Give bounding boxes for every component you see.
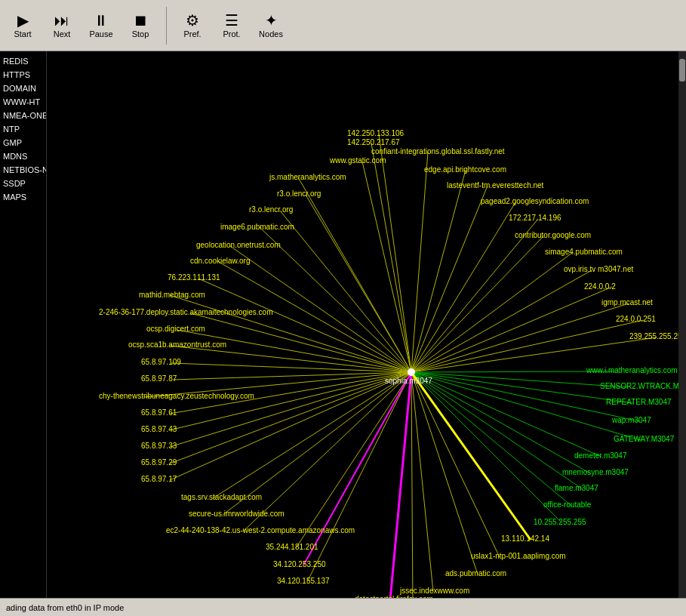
stop-label: Stop xyxy=(132,29,149,38)
node-label: 13.110.142.14 xyxy=(501,534,549,543)
nodes-icon: ✦ xyxy=(265,13,278,28)
center-node-label: sophia.m3047 xyxy=(385,377,432,385)
node-label: 65.8.97.33 xyxy=(141,442,177,450)
svg-line-57 xyxy=(390,372,411,598)
svg-line-12 xyxy=(411,236,543,372)
sidebar-item-wwwht[interactable]: WWW-HT xyxy=(0,95,46,109)
sidebar-item-maps[interactable]: MAPS xyxy=(0,190,46,204)
node-label-internal: wap.m3047 xyxy=(611,416,651,424)
node-label: 65.8.97.87 xyxy=(141,374,177,383)
node-label: edge.api.brightcove.com xyxy=(424,165,506,174)
node-label: 65.8.97.17 xyxy=(141,475,177,483)
svg-line-26 xyxy=(171,363,411,372)
node-label-internal: 10.255.255.255 xyxy=(534,518,586,526)
next-label: Next xyxy=(54,29,71,38)
statusbar: ading data from eth0 in IP mode xyxy=(0,598,686,616)
node-label: ec2-44-240-138-42.us-west-2.compute.amaz… xyxy=(166,526,355,534)
sidebar-item-netbios[interactable]: NETBIOS-N xyxy=(0,163,46,177)
status-text: ading data from eth0 in IP mode xyxy=(6,603,124,612)
sidebar-item-mdns[interactable]: MDNS xyxy=(0,149,46,163)
pause-label: Pause xyxy=(89,29,112,38)
node-label-internal: REPEATER.M3047 xyxy=(606,398,672,406)
node-label: jssec.indexwww.com xyxy=(399,587,469,595)
node-label: 239.255.255.250 xyxy=(629,332,678,340)
node-label: 142.250.217.67 xyxy=(347,138,400,146)
svg-point-59 xyxy=(408,368,415,376)
node-label-internal: office-routable xyxy=(543,500,592,509)
node-label-internal: flame.m3047 xyxy=(555,484,598,492)
node-label: cdn.cookielaw.org xyxy=(190,257,251,265)
svg-line-41 xyxy=(411,372,413,598)
node-label: 65.8.97.109 xyxy=(141,358,181,366)
sidebar-item-domain[interactable]: DOMAIN xyxy=(0,82,46,95)
pref-button[interactable]: ⚙ Pref. xyxy=(176,11,209,40)
node-label: ovp.iris.tv m3047.net xyxy=(564,265,633,273)
svg-line-37 xyxy=(296,372,411,548)
svg-line-46 xyxy=(411,371,614,372)
node-label: tags.srv.stackadapt.com xyxy=(181,493,262,501)
svg-line-53 xyxy=(411,372,583,489)
node-label: ocsp.digicert.com xyxy=(146,325,205,333)
node-label: 2-246-36-177.deploy.static.akamaitechnol… xyxy=(99,308,273,316)
sidebar-item-gmp[interactable]: GMP xyxy=(0,136,46,149)
svg-line-23 xyxy=(177,330,411,372)
svg-line-52 xyxy=(411,372,590,473)
node-label: js.matheranalytics.com xyxy=(269,173,346,181)
graph-area[interactable]: sophia.m3047 142.250.133.106 142.250.217… xyxy=(47,51,678,598)
node-label: igmp.mcast.net xyxy=(601,298,653,306)
node-label: 142.250.133.106 xyxy=(347,129,405,137)
sidebar-item-redis[interactable]: REDIS xyxy=(0,54,46,68)
node-label: r3.o.lencr.org xyxy=(249,205,293,214)
node-label: 35.244.181.201 xyxy=(266,543,318,551)
sidebar-item-ssdp[interactable]: SSDP xyxy=(0,177,46,190)
next-button[interactable]: ⏭ Next xyxy=(45,11,78,40)
node-label: contributor.google.com xyxy=(515,231,591,239)
svg-line-10 xyxy=(411,219,538,372)
svg-line-19 xyxy=(170,295,411,372)
svg-line-30 xyxy=(169,372,411,430)
prot-icon: ☰ xyxy=(225,13,238,28)
nodes-button[interactable]: ✦ Nodes xyxy=(254,11,288,40)
toolbar: ▶ Start ⏭ Next ⏸ Pause ⏹ Stop ⚙ Pref. ☰ … xyxy=(0,0,686,51)
sidebar-item-ntp[interactable]: NTP xyxy=(0,122,46,136)
node-label: 224.0.0.2 xyxy=(584,282,616,291)
svg-line-49 xyxy=(411,372,639,421)
node-label: 172.217.14.196 xyxy=(509,214,561,222)
node-label: image6.pubmatic.com xyxy=(220,223,294,231)
node-label: 34.120.155.137 xyxy=(277,577,330,585)
stop-button[interactable]: ⏹ Stop xyxy=(124,11,157,40)
svg-line-11 xyxy=(260,227,411,372)
svg-line-17 xyxy=(198,279,411,372)
node-label: 65.8.97.61 xyxy=(141,408,177,417)
node-label: ads.pubmatic.com xyxy=(445,569,506,578)
node-label: www.gstatic.com xyxy=(329,156,386,165)
svg-line-32 xyxy=(170,372,411,464)
svg-line-4 xyxy=(411,170,466,372)
node-label: lasteventf-tm.everesttech.net xyxy=(447,181,544,189)
main-area: REDIS HTTPS DOMAIN WWW-HT NMEA-ONE NTP G… xyxy=(0,51,686,598)
pause-icon: ⏸ xyxy=(94,13,109,28)
node-label: uslax1-ntp-001.aaplimg.com xyxy=(471,552,566,560)
svg-line-20 xyxy=(411,303,629,372)
node-label: secure-us.imrworldwide.com xyxy=(189,510,285,518)
start-label: Start xyxy=(14,29,31,38)
svg-line-47 xyxy=(411,372,628,387)
nodes-label: Nodes xyxy=(259,29,283,38)
graph-svg: sophia.m3047 142.250.133.106 142.250.217… xyxy=(47,51,678,598)
svg-line-18 xyxy=(411,287,612,372)
start-button[interactable]: ▶ Start xyxy=(6,11,39,40)
pause-button[interactable]: ⏸ Pause xyxy=(85,11,118,40)
sidebar-item-nmea[interactable]: NMEA-ONE xyxy=(0,109,46,122)
prot-button[interactable]: ☰ Prot. xyxy=(215,11,248,40)
svg-line-36 xyxy=(243,372,411,531)
svg-line-15 xyxy=(219,262,411,372)
node-label: geolocation.onetrust.com xyxy=(196,241,281,249)
node-label-internal: GATEWAY.M3047 xyxy=(614,435,675,443)
sidebar-item-https[interactable]: HTTPS xyxy=(0,68,46,82)
node-label-internal: mnemosyne.m3047 xyxy=(562,468,629,476)
svg-line-43 xyxy=(411,372,500,557)
svg-line-8 xyxy=(411,202,515,372)
svg-line-25 xyxy=(170,346,411,372)
right-scrollbar[interactable] xyxy=(678,51,686,598)
node-label: 65.8.97.43 xyxy=(141,425,177,433)
